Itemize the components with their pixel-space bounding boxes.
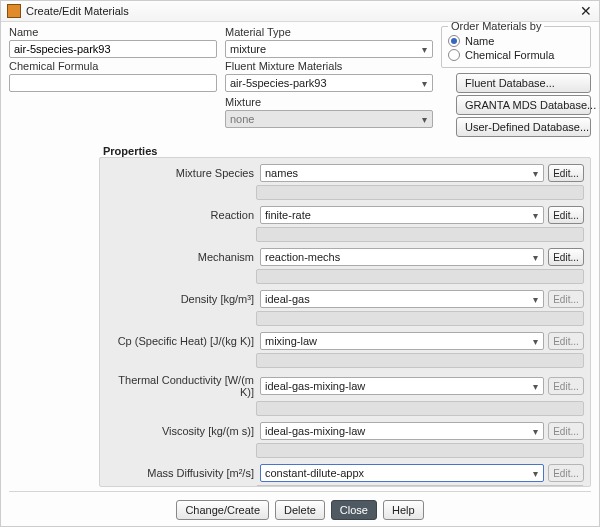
cp-sub-input xyxy=(256,353,584,368)
viscosity-value: ideal-gas-mixing-law xyxy=(265,425,365,437)
reaction-sub-input xyxy=(256,227,584,242)
order-by-name-label: Name xyxy=(465,35,494,47)
prop-label: Viscosity [kg/(m s)] xyxy=(106,425,256,437)
footer: Change/Create Delete Close Help xyxy=(9,496,591,526)
mixture-species-sub-input xyxy=(256,185,584,200)
order-by-formula-radio[interactable]: Chemical Formula xyxy=(448,49,584,61)
order-by-name-radio[interactable]: Name xyxy=(448,35,584,47)
reaction-value: finite-rate xyxy=(265,209,311,221)
close-icon[interactable]: ✕ xyxy=(579,4,593,18)
prop-row-cp: Cp (Specific Heat) [J/(kg K)] mixing-law… xyxy=(106,332,584,368)
prop-row-mechanism: Mechanism reaction-mechs Edit... xyxy=(106,248,584,284)
cp-value: mixing-law xyxy=(265,335,317,347)
viscosity-edit-button: Edit... xyxy=(548,422,584,440)
col-mid: Material Type mixture Fluent Mixture Mat… xyxy=(225,26,433,137)
material-type-dropdown[interactable]: mixture xyxy=(225,40,433,58)
window-title: Create/Edit Materials xyxy=(26,5,579,17)
thermal-conductivity-dropdown[interactable]: ideal-gas-mixing-law xyxy=(260,377,544,395)
fluent-mix-dropdown[interactable]: air-5species-park93 xyxy=(225,74,433,92)
order-by-formula-label: Chemical Formula xyxy=(465,49,554,61)
prop-label: Mechanism xyxy=(106,251,256,263)
delete-label: Delete xyxy=(284,504,316,516)
thermal-conductivity-value: ideal-gas-mixing-law xyxy=(265,380,365,392)
mixture-dropdown: none xyxy=(225,110,433,128)
prop-label: Mass Diffusivity [m²/s] xyxy=(106,467,256,479)
create-edit-materials-window: Create/Edit Materials ✕ Name Chemical Fo… xyxy=(0,0,600,527)
density-edit-button: Edit... xyxy=(548,290,584,308)
name-input[interactable] xyxy=(9,40,217,58)
viscosity-sub-input xyxy=(256,443,584,458)
prop-row-mixture-species: Mixture Species names Edit... xyxy=(106,164,584,200)
material-type-value: mixture xyxy=(230,43,266,55)
mass-diffusivity-value: constant-dilute-appx xyxy=(265,467,364,479)
properties-section: Properties Mixture Species names Edit...… xyxy=(9,145,591,487)
prop-row-thermal-conductivity: Thermal Conductivity [W/(m K)] ideal-gas… xyxy=(106,374,584,416)
col-right: Order Materials by Name Chemical Formula… xyxy=(441,26,591,137)
cp-edit-button: Edit... xyxy=(548,332,584,350)
fluent-database-label: Fluent Database... xyxy=(465,77,555,89)
mixture-species-value: names xyxy=(265,167,298,179)
prop-row-viscosity: Viscosity [kg/(m s)] ideal-gas-mixing-la… xyxy=(106,422,584,458)
chem-formula-label: Chemical Formula xyxy=(9,60,217,72)
radio-icon xyxy=(448,35,460,47)
order-by-group: Order Materials by Name Chemical Formula xyxy=(441,26,591,68)
chem-formula-input[interactable] xyxy=(9,74,217,92)
cp-dropdown[interactable]: mixing-law xyxy=(260,332,544,350)
reaction-edit-button[interactable]: Edit... xyxy=(548,206,584,224)
properties-body: Mixture Species names Edit... Reaction f… xyxy=(99,157,591,487)
footer-divider xyxy=(9,491,591,492)
name-label: Name xyxy=(9,26,217,38)
side-buttons: Fluent Database... GRANTA MDS Database..… xyxy=(441,73,591,137)
properties-legend: Properties xyxy=(99,145,591,157)
fluent-database-button[interactable]: Fluent Database... xyxy=(456,73,591,93)
app-icon xyxy=(7,4,21,18)
prop-label: Thermal Conductivity [W/(m K)] xyxy=(106,374,256,398)
change-create-button[interactable]: Change/Create xyxy=(176,500,269,520)
top-row: Name Chemical Formula Material Type mixt… xyxy=(9,26,591,137)
prop-row-reaction: Reaction finite-rate Edit... xyxy=(106,206,584,242)
density-sub-input xyxy=(256,311,584,326)
viscosity-dropdown[interactable]: ideal-gas-mixing-law xyxy=(260,422,544,440)
density-dropdown[interactable]: ideal-gas xyxy=(260,290,544,308)
radio-icon xyxy=(448,49,460,61)
titlebar: Create/Edit Materials ✕ xyxy=(1,1,599,22)
prop-row-density: Density [kg/m³] ideal-gas Edit... xyxy=(106,290,584,326)
mass-diffusivity-edit-button: Edit... xyxy=(548,464,584,482)
mass-diffusivity-dropdown[interactable]: constant-dilute-appx xyxy=(260,464,544,482)
col-left: Name Chemical Formula xyxy=(9,26,217,137)
mass-diffusivity-sub-input xyxy=(256,485,584,487)
dialog-body: Name Chemical Formula Material Type mixt… xyxy=(1,22,599,526)
mixture-species-edit-button[interactable]: Edit... xyxy=(548,164,584,182)
change-create-label: Change/Create xyxy=(185,504,260,516)
prop-label: Cp (Specific Heat) [J/(kg K)] xyxy=(106,335,256,347)
granta-database-button[interactable]: GRANTA MDS Database... xyxy=(456,95,591,115)
mechanism-dropdown[interactable]: reaction-mechs xyxy=(260,248,544,266)
user-database-button[interactable]: User-Defined Database... xyxy=(456,117,591,137)
fluent-mix-label: Fluent Mixture Materials xyxy=(225,60,433,72)
prop-label: Mixture Species xyxy=(106,167,256,179)
granta-database-label: GRANTA MDS Database... xyxy=(465,99,596,111)
delete-button[interactable]: Delete xyxy=(275,500,325,520)
mechanism-sub-input xyxy=(256,269,584,284)
help-button[interactable]: Help xyxy=(383,500,424,520)
mechanism-value: reaction-mechs xyxy=(265,251,340,263)
prop-row-mass-diffusivity: Mass Diffusivity [m²/s] constant-dilute-… xyxy=(106,464,584,487)
thermal-conductivity-edit-button: Edit... xyxy=(548,377,584,395)
reaction-dropdown[interactable]: finite-rate xyxy=(260,206,544,224)
user-database-label: User-Defined Database... xyxy=(465,121,589,133)
close-button[interactable]: Close xyxy=(331,500,377,520)
prop-label: Reaction xyxy=(106,209,256,221)
density-value: ideal-gas xyxy=(265,293,310,305)
mixture-value: none xyxy=(230,113,254,125)
fluent-mix-value: air-5species-park93 xyxy=(230,77,327,89)
mechanism-edit-button[interactable]: Edit... xyxy=(548,248,584,266)
thermal-conductivity-sub-input xyxy=(256,401,584,416)
material-type-label: Material Type xyxy=(225,26,433,38)
order-by-legend: Order Materials by xyxy=(448,22,544,32)
mixture-species-dropdown[interactable]: names xyxy=(260,164,544,182)
close-label: Close xyxy=(340,504,368,516)
help-label: Help xyxy=(392,504,415,516)
prop-label: Density [kg/m³] xyxy=(106,293,256,305)
mixture-label: Mixture xyxy=(225,96,433,108)
